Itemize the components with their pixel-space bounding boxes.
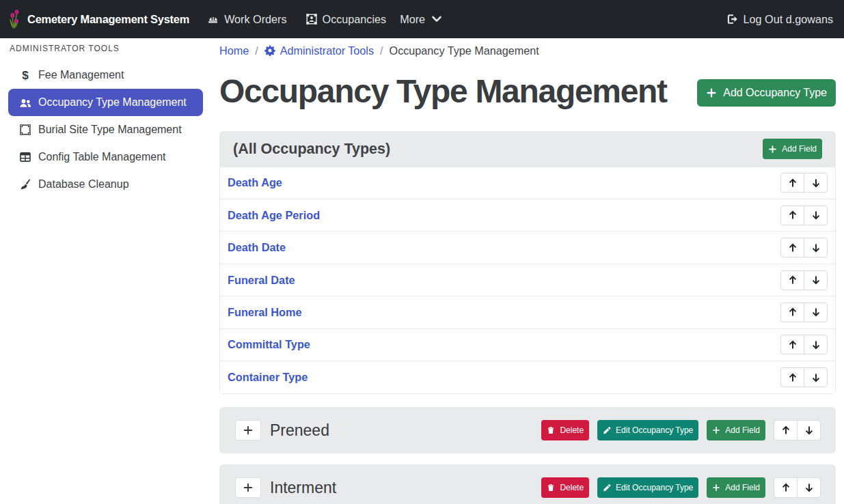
arrow-down-icon [811,210,821,221]
arrow-up-icon [787,242,798,253]
move-down-button[interactable] [797,477,821,498]
arrow-down-icon [804,482,815,493]
plus-icon [768,145,777,154]
add-occupancy-type-button[interactable]: Add Occupancy Type [697,79,836,107]
move-up-button[interactable] [774,477,798,498]
field-row: Container Type [220,361,835,393]
add-field-button[interactable]: Add Field [707,420,765,440]
arrow-down-icon [811,178,821,188]
reorder-buttons [780,270,828,290]
bounding-box-icon [18,124,32,135]
move-down-button[interactable] [797,420,821,440]
field-link[interactable]: Committal Type [228,338,310,351]
edit-occupancy-type-button[interactable]: Edit Occupancy Type [597,477,698,498]
reorder-buttons [780,335,828,354]
move-down-button[interactable] [804,173,828,193]
expand-button[interactable] [235,420,261,440]
field-link[interactable]: Funeral Date [228,274,295,287]
chevron-down-icon [431,14,442,25]
add-field-button[interactable]: Add Field [763,139,822,159]
field-link[interactable]: Container Type [228,371,308,384]
sidebar-item-fee-management[interactable]: $ Fee Management [8,61,203,89]
delete-button[interactable]: Delete [541,477,589,498]
arrow-down-icon [811,275,821,285]
gear-icon [264,45,275,56]
move-down-button[interactable] [804,238,828,257]
page-title: Occupancy Type Management [219,72,667,111]
occupancy-type-section-interment: Interment Delete Edit Occupancy Type Add… [219,464,836,504]
delete-label: Delete [560,483,584,492]
move-up-button[interactable] [780,367,804,387]
add-field-button[interactable]: Add Field [707,477,765,498]
sidebar-item-database-cleanup[interactable]: Database Cleanup [8,171,203,198]
navbar-menu: Work Orders Occupancies More [207,13,442,26]
field-link[interactable]: Death Date [228,241,286,254]
sidebar-item-config-table-management[interactable]: Config Table Management [8,143,203,171]
expand-button[interactable] [235,477,261,498]
sidebar-item-label: Database Cleanup [38,178,129,191]
sidebar-item-burial-site-type-management[interactable]: Burial Site Type Management [8,116,203,143]
nav-work-orders-label: Work Orders [224,13,286,26]
page-header: Occupancy Type Management Add Occupancy … [219,72,836,111]
move-down-button[interactable] [804,303,828,322]
sidebar-item-label: Fee Management [38,69,124,81]
breadcrumb-admin-tools-link[interactable]: Administrator Tools [264,44,374,57]
pencil-icon [603,484,611,492]
move-down-button[interactable] [804,206,828,225]
field-link[interactable]: Funeral Home [228,306,302,319]
arrow-up-icon [787,275,798,285]
nav-more[interactable]: More [400,13,442,26]
breadcrumb: Home / Administrator Tools / Occupancy T… [219,42,836,59]
move-down-button[interactable] [804,270,828,290]
table-icon [18,152,32,163]
arrow-up-icon [787,178,798,188]
delete-label: Delete [560,425,584,435]
move-up-button[interactable] [780,238,804,257]
field-row: Death Age Period [220,199,835,232]
arrow-up-icon [780,482,791,493]
field-row: Committal Type [220,329,835,361]
app-brand[interactable]: Cemetery Management System [9,10,189,29]
arrow-up-icon [787,307,798,318]
nav-occupancies-label: Occupancies [323,13,387,26]
breadcrumb-home-link[interactable]: Home [219,44,249,57]
sidebar-item-occupancy-type-management[interactable]: Occupancy Type Management [8,89,203,116]
sidebar-menu: $ Fee Management Occupancy Type Manageme… [0,61,211,198]
arrow-up-icon [787,339,798,350]
card-header: (All Occupancy Types) Add Field [219,131,836,167]
reorder-buttons [774,477,821,498]
nav-more-label: More [400,13,425,26]
main-content: Home / Administrator Tools / Occupancy T… [211,38,844,504]
sidebar-item-label: Burial Site Type Management [38,124,182,136]
move-up-button[interactable] [780,206,804,225]
add-field-label: Add Field [725,483,760,492]
edit-occupancy-type-button[interactable]: Edit Occupancy Type [597,420,698,440]
arrow-up-icon [787,210,798,221]
arrow-down-icon [811,307,821,318]
add-field-label: Add Field [725,425,760,435]
move-down-button[interactable] [804,367,828,387]
move-up-button[interactable] [774,420,798,440]
dollar-icon: $ [18,70,32,81]
sidebar-item-label: Config Table Management [38,151,166,163]
sidebar: ADMINISTRATOR TOOLS $ Fee Management Occ… [0,38,211,504]
move-up-button[interactable] [780,270,804,290]
arrow-down-icon [811,339,821,350]
top-navbar: Cemetery Management System Work Orders O… [0,0,844,38]
plus-icon [243,482,254,493]
sidebar-heading: ADMINISTRATOR TOOLS [0,44,211,53]
plus-icon [706,87,717,98]
field-link[interactable]: Death Age [228,176,282,189]
breadcrumb-current-page: Occupancy Type Management [390,44,539,57]
move-down-button[interactable] [804,335,828,354]
field-link[interactable]: Death Age Period [228,209,320,222]
move-up-button[interactable] [780,335,804,354]
logout-button[interactable]: Log Out d.gowans [726,13,833,26]
move-up-button[interactable] [780,173,804,193]
nav-occupancies[interactable]: Occupancies [306,13,387,26]
nav-work-orders[interactable]: Work Orders [207,13,286,26]
move-up-button[interactable] [780,303,804,322]
breadcrumb-admin-tools-label: Administrator Tools [280,44,374,57]
delete-button[interactable]: Delete [541,420,589,440]
field-list: Death Age Death Age Period Death Date [219,167,836,395]
